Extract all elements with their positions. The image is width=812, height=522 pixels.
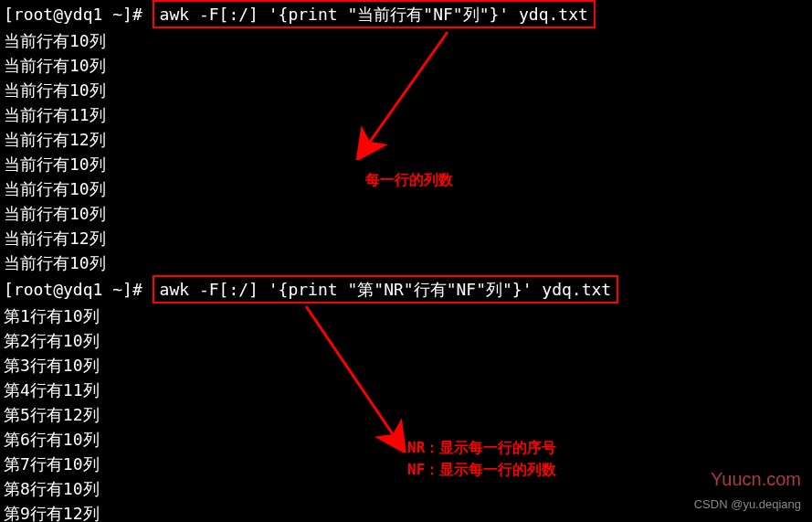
annotation-nr-nf: NR：显示每一行的序号 NF：显示每一行的列数	[407, 437, 556, 481]
output-line: 当前行有12列	[0, 226, 812, 250]
svg-line-0	[370, 32, 448, 142]
shell-prompt: [root@ydq1 ~]#	[4, 5, 153, 24]
arrow-icon	[297, 297, 416, 453]
annotation-nr-line: NR：显示每一行的序号	[407, 437, 556, 459]
svg-line-1	[306, 306, 393, 434]
output-line: 第7行有10列	[0, 452, 812, 476]
output-line: 当前行有10列	[0, 250, 812, 275]
annotation-column-count: 每一行的列数	[365, 169, 453, 191]
shell-prompt: [root@ydq1 ~]#	[4, 280, 153, 299]
arrow-icon	[347, 23, 457, 160]
output-line: 第8行有10列	[0, 476, 812, 501]
output-line: 当前行有10列	[0, 201, 812, 226]
output-line: 第9行有12列	[0, 501, 812, 522]
watermark-text: Yuucn.com	[711, 465, 801, 493]
annotation-nf-line: NF：显示每一行的列数	[407, 459, 556, 481]
credit-text: CSDN @yu.deqiang	[694, 495, 801, 514]
